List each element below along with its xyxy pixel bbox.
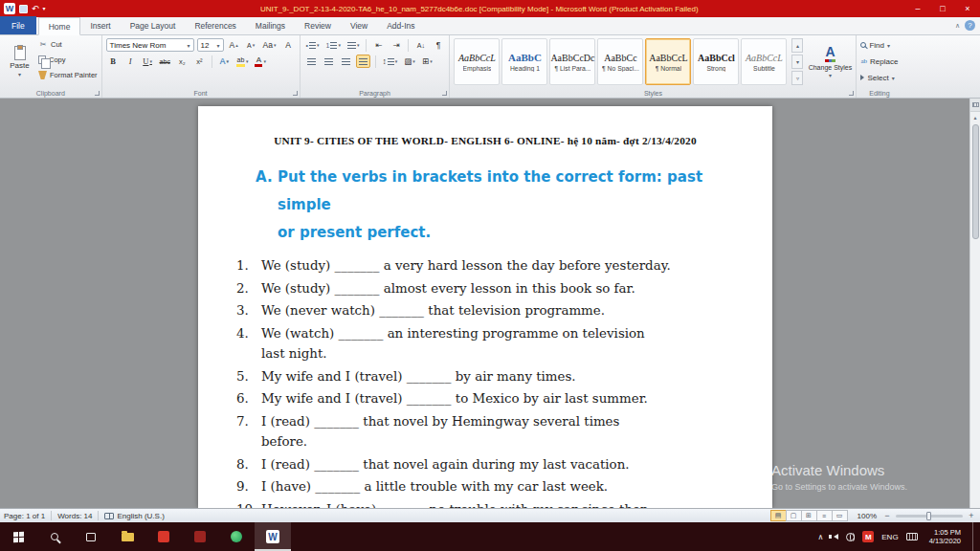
select-button[interactable]: Select ▾: [860, 71, 898, 84]
word-taskbar-button[interactable]: W: [255, 522, 291, 551]
paste-dropdown-icon[interactable]: ▾: [18, 71, 21, 77]
zoom-in-button[interactable]: +: [967, 511, 976, 520]
italic-button[interactable]: I: [123, 55, 138, 68]
replace-button[interactable]: ab Replace: [860, 55, 898, 68]
minimize-ribbon-icon[interactable]: ∧: [955, 22, 960, 30]
justify-button[interactable]: [356, 55, 370, 68]
styles-scroll-up-icon[interactable]: ▴: [791, 38, 803, 53]
start-button[interactable]: [0, 522, 36, 551]
paragraph-dialog-launcher[interactable]: [442, 91, 447, 96]
change-styles-button[interactable]: A Change Styles ▾: [808, 38, 852, 85]
grow-font-button[interactable]: A▴: [227, 38, 241, 52]
line-spacing-button[interactable]: ↕▾: [381, 55, 400, 68]
web-layout-view-button[interactable]: ⊞: [801, 510, 817, 521]
help-icon[interactable]: ?: [965, 20, 975, 31]
borders-button[interactable]: ⊞▾: [420, 55, 434, 68]
styles-scroll-down-icon[interactable]: ▾: [791, 55, 803, 69]
tray-expand-icon[interactable]: ∧: [817, 533, 823, 541]
clipboard-dialog-launcher[interactable]: [95, 91, 100, 96]
style-gallery-item[interactable]: AaBbCcl Strong: [693, 38, 739, 85]
styles-more-icon[interactable]: ▿: [791, 71, 803, 85]
word-count-indicator[interactable]: Words: 14: [57, 512, 92, 520]
font-color-dropdown-icon[interactable]: ▾: [263, 58, 266, 64]
spell-check-icon[interactable]: [104, 513, 114, 519]
font-family-combobox[interactable]: Times New Rom ▾: [106, 38, 194, 52]
bullets-button[interactable]: •▾: [304, 38, 322, 52]
fullscreen-view-button[interactable]: ▢: [786, 510, 802, 521]
ribbon-tab[interactable]: Home: [38, 17, 81, 35]
align-left-button[interactable]: [304, 55, 319, 68]
browser-button[interactable]: [218, 522, 255, 551]
multilevel-dropdown-icon[interactable]: ▾: [357, 42, 360, 48]
style-gallery-item[interactable]: AaBbCc ¶ No Spaci...: [597, 38, 643, 85]
zoom-level[interactable]: 100%: [858, 512, 877, 520]
clear-formatting-button[interactable]: A: [281, 38, 296, 52]
ruler-toggle-button[interactable]: [970, 99, 980, 112]
zoom-out-button[interactable]: −: [882, 511, 892, 520]
document-page[interactable]: UNIT 9- CITIES OF THE WORLD- ENGLISH 6- …: [198, 106, 772, 508]
style-gallery-item[interactable]: AaBbCcL Subtitle: [741, 38, 787, 85]
multilevel-list-button[interactable]: ▾: [345, 38, 362, 52]
pinned-app-button-1[interactable]: [145, 522, 182, 551]
ribbon-tab[interactable]: Mailings: [246, 17, 295, 34]
show-desktop-button[interactable]: [972, 522, 976, 551]
search-button[interactable]: [36, 522, 73, 551]
maximize-button[interactable]: □: [930, 0, 955, 17]
font-family-dropdown-icon[interactable]: ▾: [188, 42, 190, 49]
shading-dropdown-icon[interactable]: ▾: [412, 58, 415, 64]
ribbon-tab[interactable]: View: [341, 17, 377, 34]
scroll-up-icon[interactable]: ▴: [973, 112, 976, 122]
print-layout-view-button[interactable]: ▤: [770, 510, 787, 521]
style-gallery-item[interactable]: AaBbCcL ¶ Normal: [645, 38, 691, 85]
find-button[interactable]: Find ▾: [860, 38, 898, 52]
undo-icon[interactable]: ↶: [32, 4, 39, 13]
highlight-button[interactable]: ab▾: [234, 55, 251, 68]
cut-button[interactable]: ✂ Cut: [38, 38, 98, 51]
page-count-indicator[interactable]: Page: 1 of 1: [4, 512, 45, 520]
underline-button[interactable]: U▾: [141, 55, 155, 68]
superscript-button[interactable]: x²: [192, 55, 207, 68]
notification-badge-icon[interactable]: M: [862, 531, 874, 542]
pinned-app-button-2[interactable]: [182, 522, 218, 551]
touch-keyboard-icon[interactable]: [906, 533, 918, 540]
increase-indent-button[interactable]: ⇥: [389, 38, 403, 52]
ribbon-tab[interactable]: References: [185, 17, 245, 34]
decrease-indent-button[interactable]: ⇤: [371, 38, 386, 52]
strikethrough-button[interactable]: abc: [158, 55, 172, 68]
save-icon[interactable]: [19, 5, 28, 13]
styles-dialog-launcher[interactable]: [849, 91, 854, 96]
style-gallery-item[interactable]: AaBbCcL Emphasis: [454, 38, 500, 85]
sort-button[interactable]: A↓: [413, 38, 428, 52]
outline-view-button[interactable]: ≡: [816, 510, 833, 521]
task-view-button[interactable]: [73, 522, 109, 551]
input-language-indicator[interactable]: ENG: [881, 533, 898, 541]
scrollbar-thumb[interactable]: [972, 124, 979, 239]
select-dropdown-icon[interactable]: ▾: [892, 75, 895, 81]
ribbon-tab[interactable]: Insert: [80, 17, 120, 34]
font-size-combobox[interactable]: 12 ▾: [197, 38, 224, 52]
shrink-font-button[interactable]: A▾: [244, 38, 258, 52]
numbering-dropdown-icon[interactable]: ▾: [338, 42, 341, 48]
ribbon-tab[interactable]: Review: [295, 17, 341, 34]
borders-dropdown-icon[interactable]: ▾: [430, 58, 433, 64]
network-icon[interactable]: [846, 533, 855, 541]
copy-button[interactable]: Copy: [38, 54, 98, 66]
format-painter-button[interactable]: Format Painter: [38, 69, 98, 81]
volume-icon[interactable]: [831, 534, 838, 540]
bold-button[interactable]: B: [106, 55, 121, 68]
show-paragraph-marks-button[interactable]: ¶: [431, 38, 445, 52]
line-spacing-dropdown-icon[interactable]: ▾: [395, 58, 398, 64]
ribbon-tab[interactable]: Page Layout: [121, 17, 186, 34]
font-size-dropdown-icon[interactable]: ▾: [217, 42, 220, 49]
paste-button[interactable]: Paste ▾: [4, 38, 35, 84]
ribbon-tab[interactable]: File: [0, 16, 36, 34]
close-button[interactable]: ×: [955, 0, 980, 17]
style-gallery-item[interactable]: AaBbC Heading 1: [501, 38, 547, 85]
qat-dropdown-icon[interactable]: ▾: [43, 4, 46, 13]
zoom-slider-thumb[interactable]: [926, 512, 931, 520]
change-case-button[interactable]: Aa▾: [261, 38, 278, 52]
subscript-button[interactable]: x₂: [175, 55, 189, 68]
underline-dropdown-icon[interactable]: ▾: [149, 58, 152, 64]
font-color-button[interactable]: A▾: [253, 55, 268, 68]
language-indicator[interactable]: English (U.S.): [117, 512, 164, 520]
